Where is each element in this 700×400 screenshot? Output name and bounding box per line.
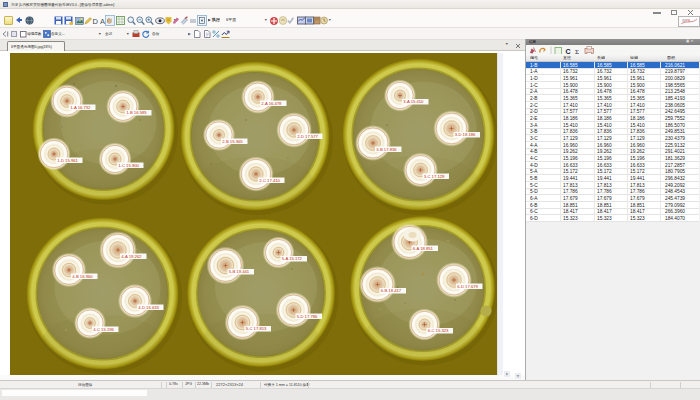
svg-text:1-B 16.585: 1-B 16.585 [126, 110, 147, 115]
svg-text:2-A 16.478: 2-A 16.478 [261, 101, 282, 106]
svg-text:1-A 16.732: 1-A 16.732 [70, 105, 91, 110]
svg-text:6-D 17.679: 6-D 17.679 [457, 284, 478, 289]
svg-text:6-A 18.851: 6-A 18.851 [413, 246, 434, 251]
svg-text:3-A 15.410: 3-A 15.410 [403, 99, 424, 104]
svg-text:4-C 15.196: 4-C 15.196 [93, 327, 114, 332]
svg-text:4-A 19.262: 4-A 19.262 [121, 254, 142, 259]
svg-text:5-D 17.786: 5-D 17.786 [297, 314, 318, 319]
svg-text:5-B 19.441: 5-B 19.441 [229, 269, 250, 274]
svg-text:4-B 16.960: 4-B 16.960 [72, 274, 93, 279]
svg-text:1-C 15.900: 1-C 15.900 [118, 163, 139, 168]
svg-text:6-B 18.417: 6-B 18.417 [381, 288, 402, 293]
svg-text:2-B 15.365: 2-B 15.365 [222, 139, 243, 144]
svg-text:4-D 16.633: 4-D 16.633 [138, 305, 159, 310]
svg-text:2-C 17.410: 2-C 17.410 [259, 178, 280, 183]
svg-text:3-C 17.129: 3-C 17.129 [424, 174, 445, 179]
svg-text:3-B 17.836: 3-B 17.836 [376, 147, 397, 152]
svg-text:1-D 15.961: 1-D 15.961 [57, 158, 78, 163]
svg-text:6-C 15.323: 6-C 15.323 [428, 328, 449, 333]
svg-text:5-C 17.813: 5-C 17.813 [246, 326, 267, 331]
svg-text:2-D 17.577: 2-D 17.577 [297, 134, 318, 139]
svg-text:5-A 15.172: 5-A 15.172 [282, 256, 303, 261]
svg-text:3-D 18.186: 3-D 18.186 [455, 132, 476, 137]
svg-text:D: D [93, 17, 99, 26]
